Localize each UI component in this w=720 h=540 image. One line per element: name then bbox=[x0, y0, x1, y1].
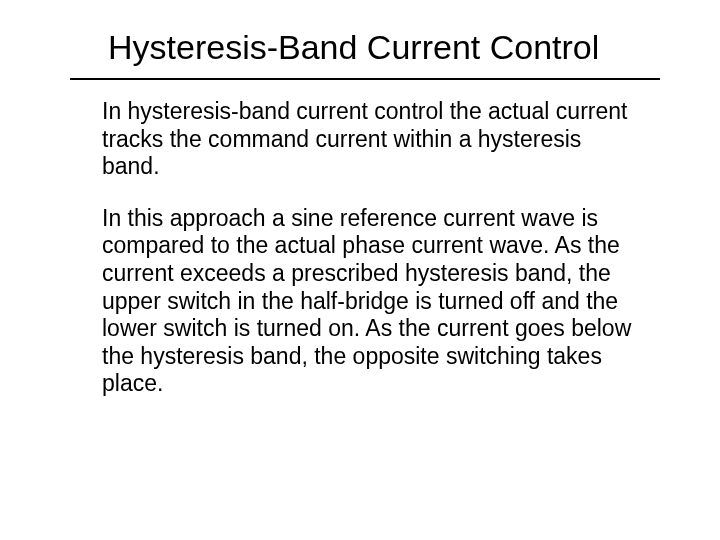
slide-title: Hysteresis-Band Current Control bbox=[108, 28, 599, 67]
paragraph: In this approach a sine reference curren… bbox=[102, 205, 632, 398]
slide: Hysteresis-Band Current Control In hyste… bbox=[0, 0, 720, 540]
paragraph: In hysteresis-band current control the a… bbox=[102, 98, 632, 181]
slide-body: In hysteresis-band current control the a… bbox=[102, 98, 632, 422]
title-underline bbox=[70, 78, 660, 80]
